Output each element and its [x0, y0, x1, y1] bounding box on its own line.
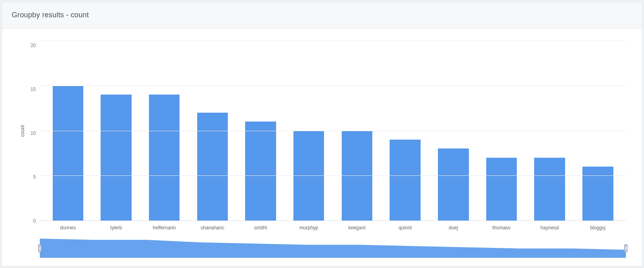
x-tick: tylerb [92, 225, 140, 231]
bar-doej[interactable] [438, 148, 469, 221]
x-tick: doej [429, 225, 477, 231]
x-tick: dunnes [44, 225, 92, 231]
gridline [40, 86, 626, 86]
plot-row: count 20151050 [18, 41, 626, 221]
brush-area-path [40, 239, 626, 258]
x-tick: shanahanc [188, 225, 237, 231]
bar-bloggsj[interactable] [582, 167, 613, 221]
x-tick: smitht [237, 225, 285, 231]
x-axis: dunnestylerbheffernannshanahancsmithtmur… [40, 221, 626, 231]
x-tick: bloggsj [574, 225, 622, 231]
x-tick: keegant [333, 225, 381, 231]
y-tick: 5 [33, 175, 36, 179]
brush-handle-right[interactable] [624, 244, 627, 252]
y-tick: 10 [31, 131, 36, 136]
bar-dunnes[interactable] [53, 86, 84, 221]
bar-haynesd[interactable] [534, 158, 565, 221]
gridline [40, 175, 626, 176]
gridline [40, 131, 626, 131]
brush-overview-area[interactable] [40, 239, 626, 258]
x-tick: heffernann [140, 225, 188, 231]
bar-shanahanc[interactable] [197, 113, 228, 221]
bar-smitht[interactable] [245, 122, 276, 221]
y-axis-label: count [18, 41, 25, 221]
gridline [40, 41, 626, 41]
panel-title: Groupby results - count [2, 2, 642, 29]
plot-area[interactable] [40, 41, 626, 221]
bar-quinnt[interactable] [390, 140, 421, 221]
bar-heffernann[interactable] [149, 95, 180, 221]
range-brush[interactable] [40, 239, 626, 258]
y-tick: 15 [31, 87, 36, 92]
x-tick: thomasv [477, 225, 526, 231]
x-tick: murphyp [285, 225, 333, 231]
x-tick: haynesd [526, 225, 574, 231]
bar-thomasv[interactable] [486, 158, 517, 221]
brush-handle-left[interactable] [38, 244, 41, 252]
bar-tylerb[interactable] [101, 95, 132, 221]
y-axis-ticks: 20151050 [25, 41, 40, 221]
x-tick: quinnt [381, 225, 429, 231]
y-tick: 20 [31, 43, 36, 48]
x-axis-ticks: dunnestylerbheffernannshanahancsmithtmur… [40, 221, 626, 231]
chart-panel: Groupby results - count count 20151050 d… [2, 2, 642, 266]
chart-body: count 20151050 dunnestylerbheffernannsha… [2, 29, 642, 266]
y-tick: 0 [33, 219, 36, 223]
